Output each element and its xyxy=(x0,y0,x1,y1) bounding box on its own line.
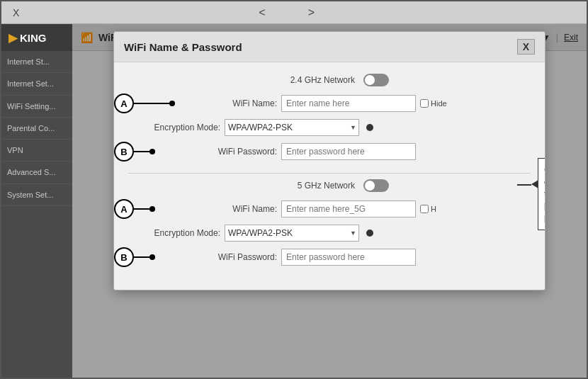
encryption-dot-5 xyxy=(366,230,373,237)
wifi-name-label-24: WiFi Name: xyxy=(185,98,277,108)
wifi-name-label-5: WiFi Name: xyxy=(185,204,277,214)
modal-header: WiFi Name & Password X xyxy=(114,32,545,62)
top-bar: X < > xyxy=(1,1,587,24)
callout-line xyxy=(517,184,531,186)
network-5-toggle-row: 5 GHz Network xyxy=(128,179,531,192)
modal-dialog: WiFi Name & Password X 2.4 GHz Network xyxy=(113,31,545,290)
callout-text: Choose this encryption mode to enable pa… xyxy=(544,165,545,222)
sidebar-item-system[interactable]: System Set... xyxy=(1,184,72,206)
nav-buttons: < > xyxy=(259,6,315,19)
modal-close-button[interactable]: X xyxy=(517,39,535,55)
wifi-name-24-row: A WiFi Name: Hide xyxy=(128,95,531,112)
annotation-a-circle: A xyxy=(114,94,134,113)
encryption-label-24: Encryption Mode: xyxy=(128,123,220,132)
annotation-b-5: B xyxy=(114,254,155,260)
annotation-b-5-dot xyxy=(149,254,155,260)
network-24-toggle[interactable] xyxy=(363,74,389,86)
encryption-label-5: Encryption Mode: xyxy=(128,228,220,238)
window-close-button[interactable]: X xyxy=(13,7,19,18)
wifi-name-input-5[interactable] xyxy=(281,200,416,217)
modal-overlay: WiFi Name & Password X 2.4 GHz Network xyxy=(72,24,587,378)
wifi-password-5-row: B WiFi Password: xyxy=(128,249,531,266)
sidebar-item-parental[interactable]: Parental Co... xyxy=(1,118,72,140)
annotation-b-dot xyxy=(149,149,155,154)
network-24-toggle-row: 2.4 GHz Network xyxy=(128,74,531,86)
hide-checkbox-5[interactable]: H xyxy=(420,205,436,213)
network-5-toggle[interactable] xyxy=(363,179,389,192)
encryption-select-5[interactable]: WPA/WPA2-PSK xyxy=(225,225,359,242)
hide-checkbox-24[interactable]: Hide xyxy=(420,99,447,108)
sidebar-item-internet-st[interactable]: Internet St... xyxy=(1,51,72,73)
annotation-a-line xyxy=(134,103,169,104)
network-5-label: 5 GHz Network xyxy=(270,181,355,191)
encryption-24-row: Encryption Mode: WPA/WPA2-PSK xyxy=(128,119,531,136)
sidebar: ▶ KING Internet St... Internet Set... Wi… xyxy=(1,24,72,378)
sidebar-logo: ▶ KING xyxy=(1,24,72,51)
wifi-password-label-24: WiFi Password: xyxy=(185,147,277,157)
encryption-select-wrapper-24[interactable]: WPA/WPA2-PSK xyxy=(225,119,359,136)
callout-box: Choose this encryption mode to enable pa… xyxy=(538,158,545,230)
king-arrow-icon: ▶ xyxy=(9,31,17,45)
logo-text: KING xyxy=(20,32,47,44)
annotation-a-5-dot xyxy=(149,206,155,212)
page-area: 📶 WiFi Settings English ▼ | Exit xyxy=(72,24,587,378)
annotation-a-24: A xyxy=(114,94,175,113)
hide-label-24: Hide xyxy=(431,99,447,108)
sidebar-item-wifi-settings[interactable]: WiFi Setting... xyxy=(1,96,72,118)
wifi-password-input-5[interactable] xyxy=(281,249,416,266)
wifi-password-input-24[interactable] xyxy=(281,143,416,160)
main-area: ▶ KING Internet St... Internet Set... Wi… xyxy=(1,24,587,378)
sidebar-item-internet-set[interactable]: Internet Set... xyxy=(1,73,72,95)
annotation-a-dot xyxy=(169,101,175,106)
encryption-select-wrapper-5[interactable]: WPA/WPA2-PSK xyxy=(225,225,359,242)
modal-title: WiFi Name & Password xyxy=(124,41,242,53)
nav-back-button[interactable]: < xyxy=(259,6,265,19)
wifi-password-label-5: WiFi Password: xyxy=(185,252,277,262)
modal-body: 2.4 GHz Network A xyxy=(114,62,545,290)
outer-frame: X < > ▶ KING Internet St... Internet Set… xyxy=(0,0,588,379)
annotation-a-5-circle: A xyxy=(114,199,134,219)
hide-check-24[interactable] xyxy=(420,99,429,108)
annotation-b-circle: B xyxy=(114,142,134,162)
section-divider xyxy=(128,173,531,174)
nav-forward-button[interactable]: > xyxy=(308,6,315,19)
wifi-name-5-row: A WiFi Name: H xyxy=(128,200,531,217)
encryption-5-row: Encryption Mode: WPA/WPA2-PSK xyxy=(128,225,531,242)
network-24-label: 2.4 GHz Network xyxy=(270,75,355,85)
hide-check-5[interactable] xyxy=(420,205,429,213)
sidebar-item-advanced[interactable]: Advanced S... xyxy=(1,162,72,183)
wifi-name-input-24[interactable] xyxy=(281,95,416,112)
hide-label-5: H xyxy=(431,205,436,213)
annotation-b-5-circle: B xyxy=(114,247,134,267)
wifi-password-24-row: B WiFi Password: xyxy=(128,143,531,160)
encryption-select-24[interactable]: WPA/WPA2-PSK xyxy=(225,119,359,136)
encryption-dot-24 xyxy=(366,124,373,131)
sidebar-item-vpn[interactable]: VPN xyxy=(1,140,72,162)
annotation-b-24: B xyxy=(114,149,155,154)
network-24-section: 2.4 GHz Network A xyxy=(128,74,531,160)
network-5-section: 5 GHz Network A xyxy=(128,179,531,266)
annotation-a-5: A xyxy=(114,206,155,212)
